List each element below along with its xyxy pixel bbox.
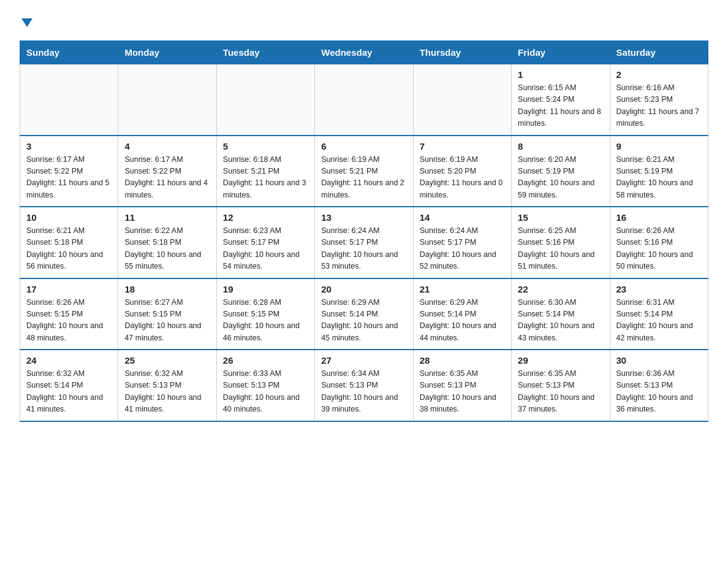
day-number: 15: [518, 212, 603, 223]
day-info: Sunrise: 6:26 AM Sunset: 5:15 PM Dayligh…: [26, 297, 112, 345]
day-number: 17: [26, 284, 112, 294]
weekday-header-wednesday: Wednesday: [315, 41, 413, 64]
day-info: Sunrise: 6:24 AM Sunset: 5:17 PM Dayligh…: [420, 225, 505, 273]
day-number: 5: [223, 141, 308, 151]
day-number: 27: [321, 355, 406, 366]
calendar-cell: 18Sunrise: 6:27 AM Sunset: 5:15 PM Dayli…: [118, 278, 216, 350]
day-info: Sunrise: 6:35 AM Sunset: 5:13 PM Dayligh…: [420, 368, 505, 416]
weekday-header-sunday: Sunday: [20, 41, 118, 64]
day-number: 10: [26, 212, 112, 223]
weekday-header-row: SundayMondayTuesdayWednesdayThursdayFrid…: [20, 41, 708, 64]
calendar-cell: [20, 64, 118, 136]
calendar-cell: [216, 64, 314, 136]
calendar-cell: 13Sunrise: 6:24 AM Sunset: 5:17 PM Dayli…: [315, 207, 413, 278]
day-number: 26: [223, 355, 308, 366]
day-number: 8: [518, 141, 603, 151]
calendar-cell: 10Sunrise: 6:21 AM Sunset: 5:18 PM Dayli…: [20, 207, 118, 278]
day-number: 9: [616, 141, 702, 151]
day-number: 19: [223, 284, 308, 294]
logo: [20, 15, 32, 31]
calendar-cell: 9Sunrise: 6:21 AM Sunset: 5:19 PM Daylig…: [610, 136, 708, 207]
day-number: 4: [124, 141, 210, 151]
day-number: 28: [420, 355, 505, 366]
day-info: Sunrise: 6:24 AM Sunset: 5:17 PM Dayligh…: [321, 225, 406, 273]
day-info: Sunrise: 6:17 AM Sunset: 5:22 PM Dayligh…: [26, 154, 112, 202]
day-info: Sunrise: 6:15 AM Sunset: 5:24 PM Dayligh…: [518, 82, 603, 130]
calendar-cell: 14Sunrise: 6:24 AM Sunset: 5:17 PM Dayli…: [413, 207, 511, 278]
calendar-cell: 20Sunrise: 6:29 AM Sunset: 5:14 PM Dayli…: [315, 278, 413, 350]
day-info: Sunrise: 6:21 AM Sunset: 5:18 PM Dayligh…: [26, 225, 112, 273]
day-number: 13: [321, 212, 406, 223]
day-info: Sunrise: 6:31 AM Sunset: 5:14 PM Dayligh…: [616, 297, 702, 345]
day-info: Sunrise: 6:33 AM Sunset: 5:13 PM Dayligh…: [223, 368, 308, 416]
calendar-cell: 17Sunrise: 6:26 AM Sunset: 5:15 PM Dayli…: [20, 278, 118, 350]
day-number: 11: [124, 212, 210, 223]
calendar-cell: 2Sunrise: 6:16 AM Sunset: 5:23 PM Daylig…: [610, 64, 708, 136]
day-info: Sunrise: 6:19 AM Sunset: 5:20 PM Dayligh…: [420, 154, 505, 202]
calendar-cell: 28Sunrise: 6:35 AM Sunset: 5:13 PM Dayli…: [413, 350, 511, 421]
day-info: Sunrise: 6:29 AM Sunset: 5:14 PM Dayligh…: [321, 297, 406, 345]
calendar-cell: 11Sunrise: 6:22 AM Sunset: 5:18 PM Dayli…: [118, 207, 216, 278]
day-info: Sunrise: 6:27 AM Sunset: 5:15 PM Dayligh…: [124, 297, 210, 345]
weekday-header-monday: Monday: [118, 41, 216, 64]
calendar-cell: 7Sunrise: 6:19 AM Sunset: 5:20 PM Daylig…: [413, 136, 511, 207]
day-number: 6: [321, 141, 406, 151]
calendar-cell: 23Sunrise: 6:31 AM Sunset: 5:14 PM Dayli…: [610, 278, 708, 350]
calendar-cell: 25Sunrise: 6:32 AM Sunset: 5:13 PM Dayli…: [118, 350, 216, 421]
day-number: 30: [616, 355, 702, 366]
calendar-cell: 30Sunrise: 6:36 AM Sunset: 5:13 PM Dayli…: [610, 350, 708, 421]
calendar-cell: 3Sunrise: 6:17 AM Sunset: 5:22 PM Daylig…: [20, 136, 118, 207]
day-number: 2: [616, 69, 702, 80]
calendar-row-1: 3Sunrise: 6:17 AM Sunset: 5:22 PM Daylig…: [20, 136, 708, 207]
day-number: 1: [518, 69, 603, 80]
day-number: 14: [420, 212, 505, 223]
day-info: Sunrise: 6:28 AM Sunset: 5:15 PM Dayligh…: [223, 297, 308, 345]
calendar-row-3: 17Sunrise: 6:26 AM Sunset: 5:15 PM Dayli…: [20, 278, 708, 350]
day-info: Sunrise: 6:29 AM Sunset: 5:14 PM Dayligh…: [420, 297, 505, 345]
calendar-cell: 24Sunrise: 6:32 AM Sunset: 5:14 PM Dayli…: [20, 350, 118, 421]
day-number: 16: [616, 212, 702, 223]
day-number: 22: [518, 284, 603, 294]
calendar-cell: [413, 64, 511, 136]
day-info: Sunrise: 6:25 AM Sunset: 5:16 PM Dayligh…: [518, 225, 603, 273]
calendar-row-0: 1Sunrise: 6:15 AM Sunset: 5:24 PM Daylig…: [20, 64, 708, 136]
calendar-cell: 1Sunrise: 6:15 AM Sunset: 5:24 PM Daylig…: [512, 64, 610, 136]
day-info: Sunrise: 6:19 AM Sunset: 5:21 PM Dayligh…: [321, 154, 406, 202]
day-number: 25: [124, 355, 210, 366]
day-number: 23: [616, 284, 702, 294]
day-info: Sunrise: 6:18 AM Sunset: 5:21 PM Dayligh…: [223, 154, 308, 202]
calendar-cell: 15Sunrise: 6:25 AM Sunset: 5:16 PM Dayli…: [512, 207, 610, 278]
day-number: 7: [420, 141, 505, 151]
day-info: Sunrise: 6:23 AM Sunset: 5:17 PM Dayligh…: [223, 225, 308, 273]
day-number: 3: [26, 141, 112, 151]
day-info: Sunrise: 6:35 AM Sunset: 5:13 PM Dayligh…: [518, 368, 603, 416]
day-info: Sunrise: 6:21 AM Sunset: 5:19 PM Dayligh…: [616, 154, 702, 202]
day-info: Sunrise: 6:16 AM Sunset: 5:23 PM Dayligh…: [616, 82, 702, 130]
day-info: Sunrise: 6:26 AM Sunset: 5:16 PM Dayligh…: [616, 225, 702, 273]
day-info: Sunrise: 6:32 AM Sunset: 5:13 PM Dayligh…: [124, 368, 210, 416]
day-info: Sunrise: 6:34 AM Sunset: 5:13 PM Dayligh…: [321, 368, 406, 416]
day-number: 20: [321, 284, 406, 294]
day-info: Sunrise: 6:22 AM Sunset: 5:18 PM Dayligh…: [124, 225, 210, 273]
logo-triangle-icon: [21, 18, 32, 27]
day-number: 21: [420, 284, 505, 294]
day-info: Sunrise: 6:32 AM Sunset: 5:14 PM Dayligh…: [26, 368, 112, 416]
calendar-cell: 5Sunrise: 6:18 AM Sunset: 5:21 PM Daylig…: [216, 136, 314, 207]
day-info: Sunrise: 6:36 AM Sunset: 5:13 PM Dayligh…: [616, 368, 702, 416]
calendar-cell: 12Sunrise: 6:23 AM Sunset: 5:17 PM Dayli…: [216, 207, 314, 278]
weekday-header-tuesday: Tuesday: [216, 41, 314, 64]
day-info: Sunrise: 6:20 AM Sunset: 5:19 PM Dayligh…: [518, 154, 603, 202]
calendar-cell: [315, 64, 413, 136]
calendar-cell: 4Sunrise: 6:17 AM Sunset: 5:22 PM Daylig…: [118, 136, 216, 207]
calendar-cell: 22Sunrise: 6:30 AM Sunset: 5:14 PM Dayli…: [512, 278, 610, 350]
calendar-cell: 27Sunrise: 6:34 AM Sunset: 5:13 PM Dayli…: [315, 350, 413, 421]
day-info: Sunrise: 6:17 AM Sunset: 5:22 PM Dayligh…: [124, 154, 210, 202]
day-number: 18: [124, 284, 210, 294]
calendar-cell: [118, 64, 216, 136]
calendar-table: SundayMondayTuesdayWednesdayThursdayFrid…: [20, 40, 708, 422]
calendar-cell: 29Sunrise: 6:35 AM Sunset: 5:13 PM Dayli…: [512, 350, 610, 421]
day-number: 24: [26, 355, 112, 366]
header: [20, 15, 708, 31]
day-info: Sunrise: 6:30 AM Sunset: 5:14 PM Dayligh…: [518, 297, 603, 345]
calendar-cell: 19Sunrise: 6:28 AM Sunset: 5:15 PM Dayli…: [216, 278, 314, 350]
